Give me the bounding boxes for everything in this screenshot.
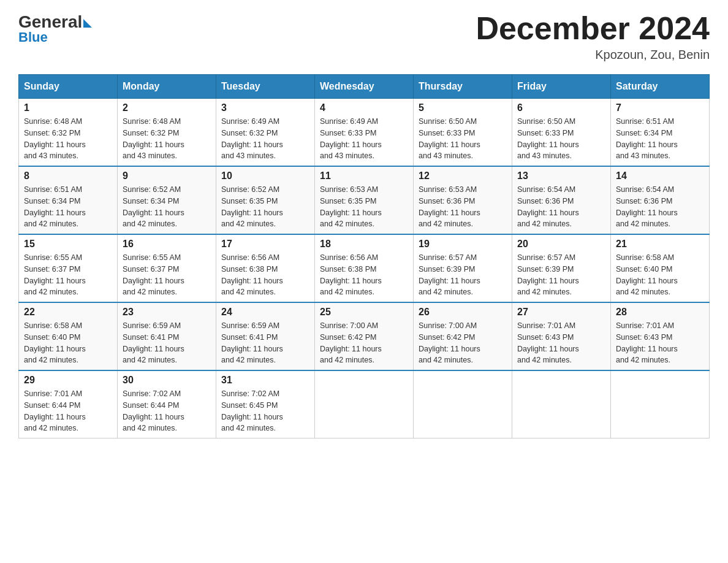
day-info: Sunrise: 6:49 AM Sunset: 6:33 PM Dayligh… [320,116,408,162]
day-number: 8 [24,170,112,182]
calendar-table: Sunday Monday Tuesday Wednesday Thursday… [18,74,710,439]
day-info: Sunrise: 7:01 AM Sunset: 6:43 PM Dayligh… [517,320,605,366]
calendar-header-row: Sunday Monday Tuesday Wednesday Thursday… [19,75,710,99]
day-number: 26 [419,307,507,318]
table-row: 22 Sunrise: 6:58 AM Sunset: 6:40 PM Dayl… [19,302,118,370]
table-row: 24 Sunrise: 6:59 AM Sunset: 6:41 PM Dayl… [216,302,315,370]
col-friday: Friday [512,75,611,99]
day-info: Sunrise: 6:50 AM Sunset: 6:33 PM Dayligh… [419,116,507,162]
day-number: 24 [221,307,309,318]
table-row: 16 Sunrise: 6:55 AM Sunset: 6:37 PM Dayl… [118,234,216,302]
table-row: 9 Sunrise: 6:52 AM Sunset: 6:34 PM Dayli… [118,166,216,234]
day-number: 11 [320,170,408,182]
day-info: Sunrise: 6:48 AM Sunset: 6:32 PM Dayligh… [123,116,211,162]
table-row: 20 Sunrise: 6:57 AM Sunset: 6:39 PM Dayl… [512,234,611,302]
table-row: 27 Sunrise: 7:01 AM Sunset: 6:43 PM Dayl… [512,302,611,370]
day-info: Sunrise: 6:54 AM Sunset: 6:36 PM Dayligh… [616,184,704,230]
day-info: Sunrise: 6:59 AM Sunset: 6:41 PM Dayligh… [221,320,309,366]
calendar-week-row: 1 Sunrise: 6:48 AM Sunset: 6:32 PM Dayli… [19,99,710,167]
day-info: Sunrise: 6:58 AM Sunset: 6:40 PM Dayligh… [616,252,704,298]
table-row: 10 Sunrise: 6:52 AM Sunset: 6:35 PM Dayl… [216,166,315,234]
day-info: Sunrise: 6:53 AM Sunset: 6:35 PM Dayligh… [320,184,408,230]
table-row: 29 Sunrise: 7:01 AM Sunset: 6:44 PM Dayl… [19,370,118,439]
day-number: 31 [221,375,309,386]
col-tuesday: Tuesday [216,75,315,99]
table-row: 11 Sunrise: 6:53 AM Sunset: 6:35 PM Dayl… [315,166,414,234]
logo: General Blue [18,12,92,45]
table-row: 6 Sunrise: 6:50 AM Sunset: 6:33 PM Dayli… [512,99,611,167]
table-row: 4 Sunrise: 6:49 AM Sunset: 6:33 PM Dayli… [315,99,414,167]
day-info: Sunrise: 6:51 AM Sunset: 6:34 PM Dayligh… [24,184,112,230]
table-row: 12 Sunrise: 6:53 AM Sunset: 6:36 PM Dayl… [414,166,512,234]
day-number: 21 [616,239,704,250]
col-saturday: Saturday [611,75,710,99]
day-info: Sunrise: 6:59 AM Sunset: 6:41 PM Dayligh… [123,320,211,366]
table-row: 3 Sunrise: 6:49 AM Sunset: 6:32 PM Dayli… [216,99,315,167]
calendar-week-row: 29 Sunrise: 7:01 AM Sunset: 6:44 PM Dayl… [19,370,710,439]
day-number: 19 [419,239,507,250]
table-row: 14 Sunrise: 6:54 AM Sunset: 6:36 PM Dayl… [611,166,710,234]
day-number: 25 [320,307,408,318]
calendar-week-row: 22 Sunrise: 6:58 AM Sunset: 6:40 PM Dayl… [19,302,710,370]
day-info: Sunrise: 6:50 AM Sunset: 6:33 PM Dayligh… [517,116,605,162]
table-row: 23 Sunrise: 6:59 AM Sunset: 6:41 PM Dayl… [118,302,216,370]
day-info: Sunrise: 6:55 AM Sunset: 6:37 PM Dayligh… [24,252,112,298]
col-thursday: Thursday [414,75,512,99]
logo-blue: Blue [18,29,48,45]
day-number: 14 [616,170,704,182]
day-info: Sunrise: 6:51 AM Sunset: 6:34 PM Dayligh… [616,116,704,162]
table-row: 17 Sunrise: 6:56 AM Sunset: 6:38 PM Dayl… [216,234,315,302]
day-info: Sunrise: 7:00 AM Sunset: 6:42 PM Dayligh… [320,320,408,366]
day-info: Sunrise: 6:48 AM Sunset: 6:32 PM Dayligh… [24,116,112,162]
day-info: Sunrise: 6:55 AM Sunset: 6:37 PM Dayligh… [123,252,211,298]
col-sunday: Sunday [19,75,118,99]
table-row [611,370,710,439]
day-info: Sunrise: 6:56 AM Sunset: 6:38 PM Dayligh… [221,252,309,298]
calendar-week-row: 15 Sunrise: 6:55 AM Sunset: 6:37 PM Dayl… [19,234,710,302]
month-title: December 2024 [476,12,710,44]
day-info: Sunrise: 7:01 AM Sunset: 6:43 PM Dayligh… [616,320,704,366]
day-info: Sunrise: 6:58 AM Sunset: 6:40 PM Dayligh… [24,320,112,366]
day-number: 3 [221,102,309,113]
table-row: 31 Sunrise: 7:02 AM Sunset: 6:45 PM Dayl… [216,370,315,439]
day-number: 27 [517,307,605,318]
table-row: 7 Sunrise: 6:51 AM Sunset: 6:34 PM Dayli… [611,99,710,167]
day-number: 4 [320,102,408,113]
day-number: 22 [24,307,112,318]
day-info: Sunrise: 6:53 AM Sunset: 6:36 PM Dayligh… [419,184,507,230]
day-info: Sunrise: 6:57 AM Sunset: 6:39 PM Dayligh… [419,252,507,298]
table-row: 26 Sunrise: 7:00 AM Sunset: 6:42 PM Dayl… [414,302,512,370]
table-row: 28 Sunrise: 7:01 AM Sunset: 6:43 PM Dayl… [611,302,710,370]
table-row: 18 Sunrise: 6:56 AM Sunset: 6:38 PM Dayl… [315,234,414,302]
col-monday: Monday [118,75,216,99]
table-row: 2 Sunrise: 6:48 AM Sunset: 6:32 PM Dayli… [118,99,216,167]
day-number: 28 [616,307,704,318]
table-row: 1 Sunrise: 6:48 AM Sunset: 6:32 PM Dayli… [19,99,118,167]
table-row: 30 Sunrise: 7:02 AM Sunset: 6:44 PM Dayl… [118,370,216,439]
day-info: Sunrise: 6:57 AM Sunset: 6:39 PM Dayligh… [517,252,605,298]
day-number: 17 [221,239,309,250]
table-row [315,370,414,439]
table-row: 8 Sunrise: 6:51 AM Sunset: 6:34 PM Dayli… [19,166,118,234]
day-number: 20 [517,239,605,250]
day-number: 16 [123,239,211,250]
day-info: Sunrise: 6:56 AM Sunset: 6:38 PM Dayligh… [320,252,408,298]
page-header: General Blue December 2024 Kpozoun, Zou,… [18,12,710,62]
day-number: 29 [24,375,112,386]
logo-arrow-icon [83,19,92,28]
table-row: 5 Sunrise: 6:50 AM Sunset: 6:33 PM Dayli… [414,99,512,167]
day-number: 6 [517,102,605,113]
day-info: Sunrise: 7:02 AM Sunset: 6:45 PM Dayligh… [221,388,309,434]
day-info: Sunrise: 6:52 AM Sunset: 6:35 PM Dayligh… [221,184,309,230]
day-number: 15 [24,239,112,250]
day-number: 10 [221,170,309,182]
calendar-week-row: 8 Sunrise: 6:51 AM Sunset: 6:34 PM Dayli… [19,166,710,234]
day-info: Sunrise: 7:02 AM Sunset: 6:44 PM Dayligh… [123,388,211,434]
day-number: 2 [123,102,211,113]
location: Kpozoun, Zou, Benin [476,48,710,62]
day-info: Sunrise: 7:00 AM Sunset: 6:42 PM Dayligh… [419,320,507,366]
table-row [414,370,512,439]
day-number: 5 [419,102,507,113]
day-number: 13 [517,170,605,182]
table-row: 25 Sunrise: 7:00 AM Sunset: 6:42 PM Dayl… [315,302,414,370]
